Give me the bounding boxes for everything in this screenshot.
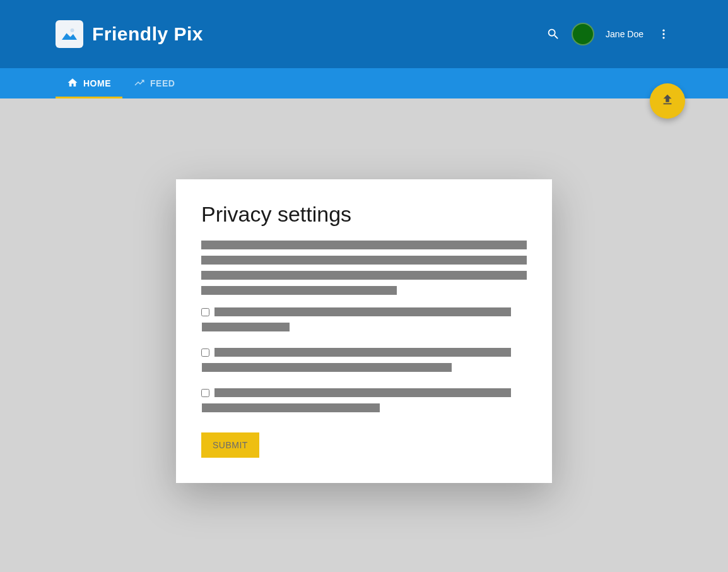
privacy-option-1 <box>201 307 527 338</box>
privacy-option-3-text <box>214 388 527 419</box>
privacy-checkbox-2[interactable] <box>201 349 209 357</box>
tab-feed[interactable]: FEED <box>122 68 186 98</box>
svg-point-2 <box>662 33 664 35</box>
tab-label: FEED <box>150 78 175 88</box>
username: Jane Doe <box>606 29 643 39</box>
upload-fab[interactable] <box>650 83 685 119</box>
app-title: Friendly Pix <box>92 23 203 45</box>
trending-icon <box>134 77 145 90</box>
privacy-option-1-text <box>214 307 527 338</box>
header-right: Jane Doe <box>546 23 672 45</box>
privacy-option-2 <box>201 348 527 378</box>
main-content: Privacy settings <box>0 98 728 483</box>
avatar[interactable] <box>572 23 594 45</box>
privacy-checkbox-1[interactable] <box>201 308 209 316</box>
logo-section: Friendly Pix <box>56 20 203 48</box>
app-logo-icon <box>56 20 83 48</box>
privacy-option-3 <box>201 388 527 419</box>
home-icon <box>67 77 78 90</box>
nav-bar: HOME FEED <box>0 68 728 98</box>
upload-icon <box>660 93 674 109</box>
search-icon[interactable] <box>546 27 560 41</box>
privacy-option-2-text <box>214 348 527 378</box>
card-title: Privacy settings <box>201 202 527 227</box>
tab-home[interactable]: HOME <box>56 68 122 98</box>
app-header: Friendly Pix Jane Doe <box>0 0 728 68</box>
privacy-description <box>201 241 527 295</box>
tab-label: HOME <box>83 78 111 88</box>
svg-point-0 <box>71 28 74 32</box>
submit-button[interactable]: SUBMIT <box>201 432 259 458</box>
svg-point-3 <box>662 37 664 39</box>
privacy-settings-card: Privacy settings <box>176 179 552 483</box>
privacy-checkbox-3[interactable] <box>201 389 209 397</box>
svg-point-1 <box>662 30 664 32</box>
more-vert-icon[interactable] <box>655 28 672 40</box>
